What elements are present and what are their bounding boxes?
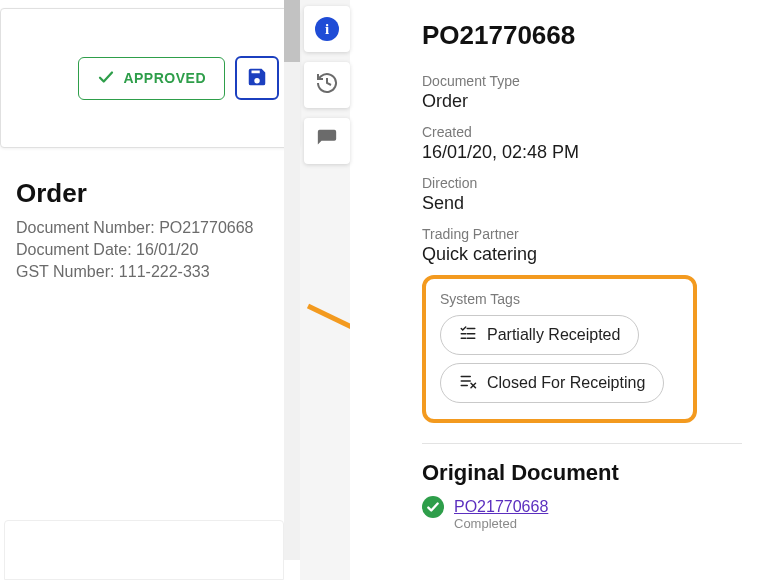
gst-label: GST Number: bbox=[16, 263, 114, 280]
approved-button[interactable]: APPROVED bbox=[78, 57, 225, 100]
checklist-icon bbox=[459, 324, 477, 346]
check-circle-icon bbox=[422, 496, 444, 518]
doc-number-line: Document Number: PO21770668 bbox=[16, 219, 300, 237]
gst-line: GST Number: 111-222-333 bbox=[16, 263, 300, 281]
original-document-link[interactable]: PO21770668 bbox=[454, 498, 548, 516]
tab-history[interactable] bbox=[304, 62, 350, 108]
tag-closed-for-receipting[interactable]: Closed For Receipting bbox=[440, 363, 664, 403]
original-document-heading: Original Document bbox=[422, 460, 745, 486]
details-content: PO21770668 Document Type Order Created 1… bbox=[350, 0, 769, 541]
system-tags-box: System Tags Partially Receipted Closed F… bbox=[422, 275, 697, 423]
direction-label: Direction bbox=[422, 175, 745, 191]
tab-comments[interactable] bbox=[304, 118, 350, 164]
bottom-card bbox=[4, 520, 284, 580]
history-icon bbox=[315, 71, 339, 99]
scrollbar[interactable] bbox=[284, 0, 300, 560]
tab-info[interactable]: i bbox=[304, 6, 350, 52]
tag-label: Closed For Receipting bbox=[487, 374, 645, 392]
details-panel: i PO21770668 Document Type Order Created… bbox=[350, 0, 769, 580]
original-document-status: Completed bbox=[454, 516, 745, 531]
po-title: PO21770668 bbox=[422, 20, 745, 51]
list-x-icon bbox=[459, 372, 477, 394]
checkmark-icon bbox=[97, 68, 115, 89]
partner-label: Trading Partner bbox=[422, 226, 745, 242]
doc-date-label: Document Date: bbox=[16, 241, 132, 258]
save-button[interactable] bbox=[235, 56, 279, 100]
doc-date-value: 16/01/20 bbox=[136, 241, 198, 258]
doc-number-label: Document Number: bbox=[16, 219, 155, 236]
order-summary: Order Document Number: PO21770668 Docume… bbox=[0, 178, 300, 281]
approval-card: APPROVED bbox=[0, 8, 300, 148]
doc-type-label: Document Type bbox=[422, 73, 745, 89]
original-document-row: PO21770668 bbox=[422, 496, 745, 518]
created-label: Created bbox=[422, 124, 745, 140]
scroll-thumb[interactable] bbox=[284, 0, 300, 62]
doc-number-value: PO21770668 bbox=[159, 219, 253, 236]
order-heading: Order bbox=[16, 178, 300, 209]
partner-value: Quick catering bbox=[422, 244, 745, 265]
doc-date-line: Document Date: 16/01/20 bbox=[16, 241, 300, 259]
tag-partially-receipted[interactable]: Partially Receipted bbox=[440, 315, 639, 355]
left-panel: APPROVED Order Document Number: PO217706… bbox=[0, 0, 300, 580]
tag-label: Partially Receipted bbox=[487, 326, 620, 344]
comment-icon bbox=[316, 128, 338, 154]
created-value: 16/01/20, 02:48 PM bbox=[422, 142, 745, 163]
info-icon: i bbox=[315, 17, 339, 41]
approved-label: APPROVED bbox=[123, 70, 206, 86]
divider bbox=[422, 443, 742, 444]
gst-value: 111-222-333 bbox=[119, 263, 210, 280]
direction-value: Send bbox=[422, 193, 745, 214]
detail-tabs: i bbox=[304, 6, 350, 164]
system-tags-label: System Tags bbox=[440, 291, 679, 307]
doc-type-value: Order bbox=[422, 91, 745, 112]
save-icon bbox=[246, 66, 268, 91]
